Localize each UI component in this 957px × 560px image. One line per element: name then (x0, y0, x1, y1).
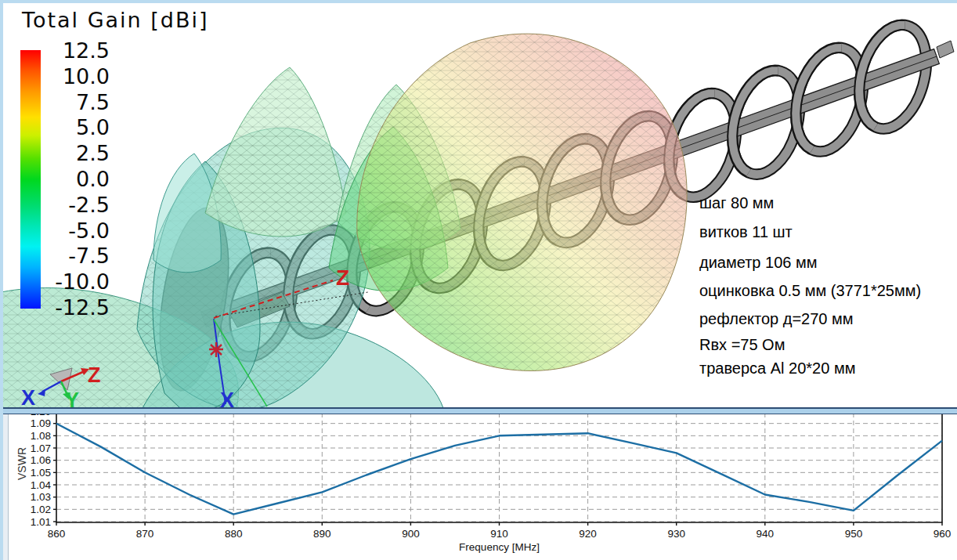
vswr-chart[interactable]: 8608708808909009109209309409509601.011.0… (0, 408, 957, 560)
gain-colorbar-labels: 12.510.07.55.02.50.0-2.5-5.0-7.5-10.0-12… (35, 51, 110, 309)
y-tick-label: 1.01 (31, 516, 51, 528)
x-tick-label: 940 (757, 528, 775, 540)
x-tick-label: 900 (402, 528, 420, 540)
colorbar-tick-label: -7.5 (35, 244, 110, 269)
x-tick-label: 960 (934, 528, 952, 540)
colorbar-tick-label: 12.5 (35, 38, 110, 63)
colorbar-tick-label: -2.5 (35, 193, 110, 218)
colorbar-tick-label: -12.5 (35, 295, 110, 320)
annotation-boom: траверса Al 20*20 мм (699, 359, 957, 378)
panel-splitter[interactable] (0, 407, 957, 414)
x-axis-label: X (220, 388, 234, 408)
feed-point-marker (209, 342, 223, 357)
y-tick-label: 1.08 (31, 430, 51, 442)
colorbar-tick-label: -10.0 (35, 269, 110, 294)
y-tick-label: 1.04 (31, 479, 52, 491)
y-tick-label: 1.05 (31, 467, 51, 479)
annotation-impedance: Rвх =75 Ом (699, 336, 957, 355)
x-tick-label: 920 (579, 528, 597, 540)
x-tick-label: 890 (313, 528, 331, 540)
y-axis-title: VSWR (16, 447, 28, 480)
x-tick-label: 930 (667, 528, 685, 540)
y-tick-label: 1.03 (31, 491, 51, 503)
annotation-reflector: рефлектор д=270 мм (699, 310, 957, 329)
colorbar-tick-label: 7.5 (35, 90, 110, 115)
colorbar-tick-label: 5.0 (35, 115, 110, 140)
triad-x-label: X (21, 386, 35, 408)
annotation-turns: витков 11 шт (699, 223, 957, 242)
window-frame-top (0, 0, 957, 3)
x-tick-label: 950 (845, 528, 863, 540)
colorbar-tick-label: -5.0 (35, 219, 110, 244)
x-axis-title: Frequency [MHz] (459, 541, 540, 553)
x-tick-label: 880 (225, 528, 243, 540)
annotation-pitch: шаг 80 мм (699, 194, 957, 213)
annotation-material: оцинковка 0.5 мм (3771*25мм) (699, 282, 957, 301)
legend-title: Total Gain [dBi] (22, 8, 273, 32)
x-tick-label: 860 (48, 528, 66, 540)
colorbar-tick-label: 0.0 (35, 167, 110, 192)
x-tick-label: 910 (490, 528, 508, 540)
y-tick-label: 1.09 (31, 417, 51, 429)
z-axis-label: Z (336, 266, 349, 290)
y-tick-label: 1.07 (31, 443, 51, 454)
annotation-diameter: диаметр 106 мм (699, 254, 957, 273)
triad-z-label: Z (88, 363, 101, 387)
window-frame-left (0, 0, 3, 560)
triad-y-label: Y (65, 388, 79, 408)
panel-left-strip (3, 414, 9, 560)
colorbar-tick-label: 10.0 (35, 64, 110, 89)
lobe-mesh (357, 34, 687, 370)
x-tick-label: 870 (136, 528, 154, 540)
y-tick-label: 1.02 (31, 504, 51, 515)
colorbar-tick-label: 2.5 (35, 141, 110, 166)
boom-end-cap (937, 41, 954, 58)
y-tick-label: 1.06 (31, 454, 51, 466)
